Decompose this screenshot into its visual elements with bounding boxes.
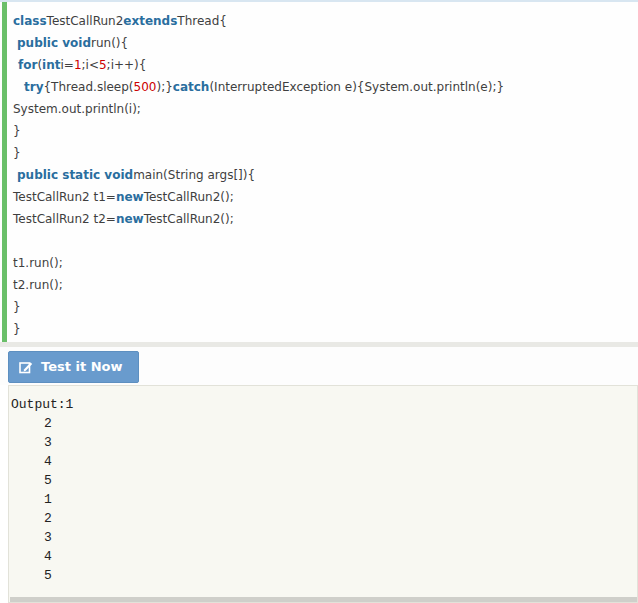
code-text: ;i< bbox=[82, 58, 99, 72]
output-line: 1 bbox=[11, 490, 637, 509]
code-line: TestCallRun2 t2=newTestCallRun2(); bbox=[13, 208, 632, 230]
code-line: } bbox=[13, 296, 632, 318]
output-line: 3 bbox=[11, 433, 637, 452]
button-row: Test it Now bbox=[0, 347, 638, 385]
output-line: 4 bbox=[11, 452, 637, 471]
code-text: main(String args[]){ bbox=[133, 168, 255, 182]
output-line: 2 bbox=[11, 414, 637, 433]
output-first-line: Output:1 bbox=[11, 395, 637, 414]
code-line bbox=[13, 230, 632, 252]
code-text: Thread{ bbox=[177, 14, 227, 28]
code-text: } bbox=[13, 300, 21, 314]
code-text: } bbox=[13, 124, 21, 138]
output-line: 5 bbox=[11, 471, 637, 490]
code-line: classTestCallRun2extendsThread{ bbox=[13, 10, 632, 32]
code-text: TestCallRun2 t1= bbox=[13, 190, 116, 204]
code-keyword: try bbox=[24, 80, 43, 94]
code-text: (InterruptedException e){System.out.prin… bbox=[209, 80, 504, 94]
horizontal-scrollbar[interactable] bbox=[10, 597, 637, 602]
java-code-block: classTestCallRun2extendsThread{public vo… bbox=[2, 2, 638, 342]
code-number: 5 bbox=[99, 58, 107, 72]
test-it-now-button[interactable]: Test it Now bbox=[8, 351, 139, 383]
code-line: System.out.println(i); bbox=[13, 98, 632, 120]
code-text: TestCallRun2 t2= bbox=[13, 212, 116, 226]
code-text: System.out.println(i); bbox=[13, 102, 141, 116]
code-section: classTestCallRun2extendsThread{public vo… bbox=[0, 0, 638, 342]
code-line: t1.run(); bbox=[13, 252, 632, 274]
code-text: run(){ bbox=[91, 36, 128, 50]
code-line: } bbox=[13, 120, 632, 142]
code-keyword: for bbox=[18, 58, 37, 72]
code-line: for(inti=1;i<5;i++){ bbox=[13, 54, 632, 76]
code-line: public static voidmain(String args[]){ bbox=[13, 164, 632, 186]
code-keyword: catch bbox=[173, 80, 210, 94]
code-keyword: new bbox=[116, 212, 144, 226]
code-line: t2.run(); bbox=[13, 274, 632, 296]
code-keyword: public static void bbox=[17, 168, 133, 182]
code-text: TestCallRun2 bbox=[47, 14, 124, 28]
code-line: public voidrun(){ bbox=[13, 32, 632, 54]
code-text: TestCallRun2(); bbox=[144, 190, 234, 204]
code-text: } bbox=[13, 322, 21, 336]
code-text: t1.run(); bbox=[13, 256, 63, 270]
code-text: i= bbox=[60, 58, 73, 72]
code-line: } bbox=[13, 142, 632, 164]
edit-icon bbox=[19, 360, 33, 374]
test-it-now-label: Test it Now bbox=[41, 359, 122, 374]
code-line: TestCallRun2 t1=newTestCallRun2(); bbox=[13, 186, 632, 208]
code-keyword: public void bbox=[17, 36, 91, 50]
code-text: t2.run(); bbox=[13, 278, 63, 292]
code-line: } bbox=[13, 318, 632, 340]
output-line: 4 bbox=[11, 547, 637, 566]
code-text: {Thread.sleep( bbox=[43, 80, 133, 94]
code-number: 1 bbox=[74, 58, 82, 72]
code-line: try{Thread.sleep(500);}catch(Interrupted… bbox=[13, 76, 632, 98]
code-text: ;i++){ bbox=[107, 58, 147, 72]
output-lines: Output:1234512345 bbox=[11, 395, 637, 585]
output-line: 5 bbox=[11, 566, 637, 585]
code-text: );} bbox=[156, 80, 172, 94]
code-keyword: class bbox=[13, 14, 47, 28]
code-number: 500 bbox=[134, 80, 157, 94]
output-line: 3 bbox=[11, 528, 637, 547]
code-keyword: extends bbox=[123, 14, 177, 28]
code-keyword: new bbox=[116, 190, 144, 204]
code-text: } bbox=[13, 146, 21, 160]
output-line: 2 bbox=[11, 509, 637, 528]
output-panel: Output:1234512345 bbox=[8, 385, 638, 603]
code-text: TestCallRun2(); bbox=[144, 212, 234, 226]
code-keyword: int bbox=[42, 58, 60, 72]
